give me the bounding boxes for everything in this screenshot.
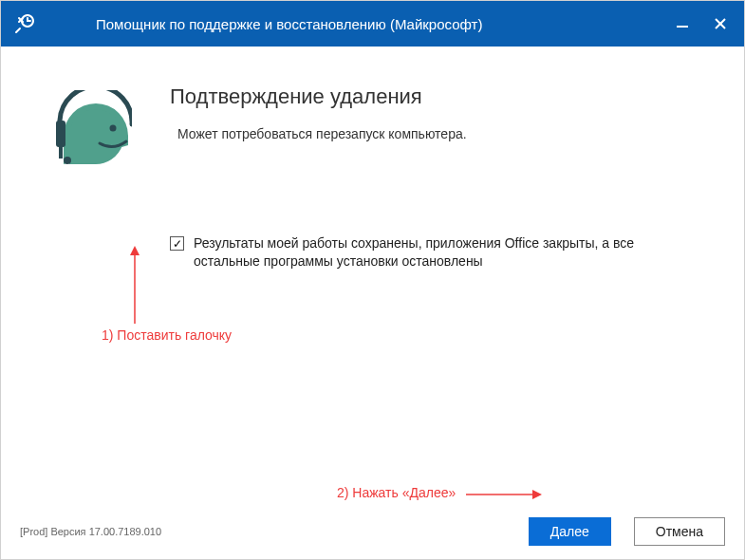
annotation-step1: 1) Поставить галочку [102, 327, 232, 343]
hero-icon [47, 84, 132, 179]
confirmation-checkbox-label: Результаты моей работы сохранены, прилож… [194, 234, 687, 271]
titlebar: Помощник по поддержке и восстановлению (… [1, 1, 744, 47]
svg-marker-10 [532, 490, 542, 499]
confirmation-checkbox-row: ✓ Результаты моей работы сохранены, прил… [170, 234, 687, 271]
annotation-arrow-1 [126, 246, 143, 326]
cancel-button[interactable]: Отмена [634, 517, 725, 546]
close-button[interactable] [710, 13, 731, 34]
page-subtitle: Может потребоваться перезапуск компьютер… [177, 126, 687, 141]
page-title: Подтверждение удаления [170, 84, 687, 109]
next-button[interactable]: Далее [529, 517, 611, 546]
annotation-arrow-2 [466, 488, 542, 501]
checkmark-icon: ✓ [173, 238, 182, 250]
svg-point-3 [110, 125, 117, 132]
window-controls [672, 13, 744, 34]
confirmation-checkbox[interactable]: ✓ [170, 236, 184, 251]
version-label: [Prod] Версия 17.00.7189.010 [20, 526, 161, 537]
svg-marker-8 [130, 246, 140, 255]
content-area: Подтверждение удаления Может потребовать… [1, 47, 744, 504]
window-title: Помощник по поддержке и восстановлению (… [96, 16, 482, 32]
minimize-button[interactable] [672, 13, 693, 34]
footer: [Prod] Версия 17.00.7189.010 Далее Отмен… [1, 504, 744, 559]
app-icon [14, 11, 39, 36]
svg-point-6 [64, 157, 71, 164]
svg-rect-4 [56, 121, 65, 147]
annotation-step2: 2) Нажать «Далее» [337, 485, 456, 500]
window: Помощник по поддержке и восстановлению (… [0, 0, 745, 560]
